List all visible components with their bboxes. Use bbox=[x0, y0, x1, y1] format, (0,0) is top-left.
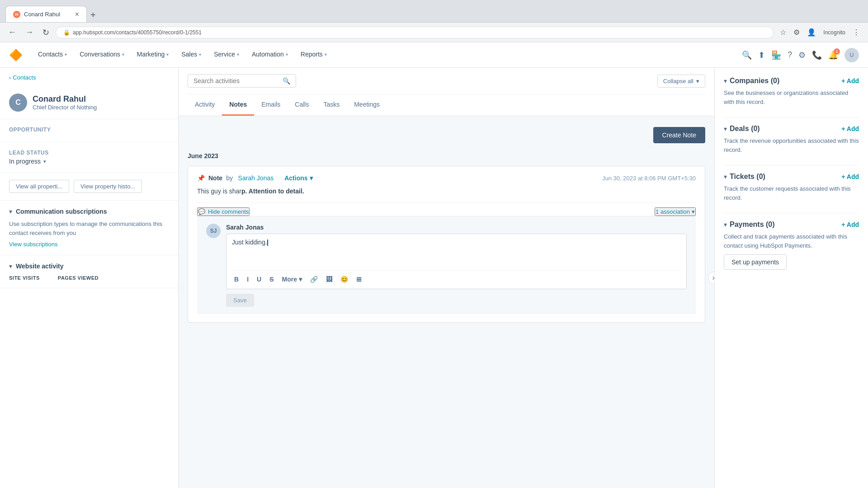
app-layout: 🔶 Contacts ▾ Conversations ▾ Marketing ▾… bbox=[0, 42, 868, 488]
deals-description: Track the revenue opportunities associat… bbox=[724, 136, 859, 154]
dropdown-arrow-icon[interactable]: ▾ bbox=[43, 159, 46, 164]
nav-item-marketing[interactable]: Marketing ▾ bbox=[131, 42, 175, 67]
date-header: June 2023 bbox=[188, 152, 705, 160]
collapse-icon[interactable]: ▾ bbox=[724, 221, 727, 228]
settings-icon[interactable]: ⚙ bbox=[798, 50, 806, 60]
italic-button[interactable]: I bbox=[245, 274, 251, 284]
comment-content: Sarah Jonas Just kidding. B I bbox=[226, 224, 687, 307]
comment-editor[interactable]: Just kidding. B I U S M bbox=[226, 234, 687, 289]
tab-close-button[interactable]: × bbox=[75, 11, 79, 18]
nav-item-reports[interactable]: Reports ▾ bbox=[294, 42, 333, 67]
notification-icon[interactable]: 🔔 1 bbox=[828, 50, 838, 60]
star-icon[interactable]: ☆ bbox=[777, 26, 789, 38]
upload-icon[interactable]: ⬆ bbox=[758, 50, 765, 60]
help-icon[interactable]: ? bbox=[788, 50, 792, 60]
new-tab-button[interactable]: + bbox=[87, 8, 99, 22]
companies-header: ▾ Companies (0) + Add bbox=[724, 77, 859, 85]
contact-title: Chief Director of Nothing bbox=[33, 104, 169, 111]
refresh-button[interactable]: ↻ bbox=[40, 26, 52, 39]
deals-add-link[interactable]: + Add bbox=[841, 125, 859, 132]
section-divider bbox=[724, 213, 859, 213]
create-note-button[interactable]: Create Note bbox=[653, 127, 705, 143]
companies-description: See the businesses or organizations asso… bbox=[724, 89, 859, 106]
nav-item-sales[interactable]: Sales ▾ bbox=[175, 42, 208, 67]
view-property-history-button[interactable]: View property histo... bbox=[74, 180, 142, 193]
search-icon[interactable]: 🔍 bbox=[742, 50, 752, 60]
association-button[interactable]: 1 association ▾ bbox=[655, 207, 696, 216]
back-button[interactable]: ← bbox=[5, 26, 19, 39]
commenter-avatar: SJ bbox=[206, 224, 221, 238]
tab-meetings[interactable]: Meetings bbox=[347, 94, 387, 116]
address-bar[interactable]: 🔒 app.hubspot.com/contacts/40055750/reco… bbox=[56, 27, 774, 38]
view-subscriptions-link[interactable]: View subscriptions bbox=[9, 241, 169, 248]
tab-emails[interactable]: Emails bbox=[254, 94, 288, 116]
tickets-description: Track the customer requests associated w… bbox=[724, 184, 859, 202]
tab-title: Conard Rahul bbox=[24, 11, 60, 18]
image-button[interactable]: 🖼 bbox=[324, 274, 335, 284]
user-avatar[interactable]: U bbox=[844, 48, 859, 62]
deals-header: ▾ Deals (0) + Add bbox=[724, 125, 859, 133]
sidebar-lead-status-section: Lead status In progress ▾ bbox=[0, 142, 178, 173]
back-to-contacts-link[interactable]: ‹ Contacts bbox=[9, 74, 169, 81]
collapse-all-button[interactable]: Collapse all ▾ bbox=[657, 75, 705, 88]
setup-payments-button[interactable]: Set up payments bbox=[724, 254, 787, 270]
sidebar-opportunity-section: Opportunity bbox=[0, 119, 178, 142]
tab-notes[interactable]: Notes bbox=[222, 94, 254, 116]
opportunity-label: Opportunity bbox=[9, 127, 169, 133]
nav-item-automation[interactable]: Automation ▾ bbox=[245, 42, 294, 67]
tab-tasks[interactable]: Tasks bbox=[316, 94, 347, 116]
more-format-button[interactable]: More ▾ bbox=[279, 274, 304, 284]
section-divider bbox=[724, 165, 859, 165]
note-author-link[interactable]: Sarah Jonas bbox=[238, 174, 274, 182]
nav-item-conversations[interactable]: Conversations ▾ bbox=[73, 42, 131, 67]
companies-section: ▾ Companies (0) + Add See the businesses… bbox=[724, 77, 859, 106]
search-input-wrap[interactable]: 🔍 bbox=[188, 74, 296, 88]
settings-icon[interactable]: ⚙ bbox=[791, 26, 802, 38]
hide-comments-button[interactable]: 💬 Hide comments bbox=[197, 207, 250, 216]
actions-button[interactable]: Actions ▾ bbox=[284, 174, 312, 182]
payments-add-link[interactable]: + Add bbox=[841, 221, 859, 228]
view-all-properties-button[interactable]: View all properti... bbox=[9, 180, 69, 193]
menu-icon[interactable]: ⋮ bbox=[850, 26, 863, 38]
property-buttons-section: View all properti... View property histo… bbox=[0, 173, 178, 201]
underline-button[interactable]: U bbox=[255, 274, 264, 284]
tickets-add-link[interactable]: + Add bbox=[841, 173, 859, 180]
note-label: Note bbox=[208, 174, 222, 182]
communication-subscriptions-header[interactable]: ▾ Communication subscriptions bbox=[9, 208, 169, 215]
top-nav-right: 🔍 ⬆ 🏪 ? ⚙ 📞 🔔 1 U bbox=[742, 48, 859, 62]
back-nav: ‹ Contacts bbox=[0, 68, 178, 81]
nav-item-contacts[interactable]: Contacts ▾ bbox=[32, 42, 73, 67]
emoji-button[interactable]: 😊 bbox=[338, 274, 350, 284]
tab-activity[interactable]: Activity bbox=[188, 94, 222, 116]
link-button[interactable]: 🔗 bbox=[308, 274, 320, 284]
save-comment-button[interactable]: Save bbox=[226, 294, 254, 307]
collapse-icon[interactable]: ▾ bbox=[724, 125, 727, 132]
phone-icon[interactable]: 📞 bbox=[812, 50, 822, 60]
marketplace-icon[interactable]: 🏪 bbox=[771, 50, 781, 60]
bold-button[interactable]: B bbox=[232, 274, 241, 284]
collapse-icon[interactable]: ▾ bbox=[724, 173, 727, 180]
website-activity-title: Website activity bbox=[16, 263, 64, 270]
website-activity-header[interactable]: ▾ Website activity bbox=[9, 263, 169, 270]
active-tab[interactable]: H Conard Rahul × bbox=[5, 6, 87, 22]
collapse-icon[interactable]: ▾ bbox=[724, 77, 727, 84]
companies-add-link[interactable]: + Add bbox=[841, 77, 859, 84]
browser-tabs: H Conard Rahul × + bbox=[5, 0, 99, 22]
strikethrough-button[interactable]: S bbox=[267, 274, 276, 284]
chevron-left-icon: ‹ bbox=[9, 74, 11, 81]
nav-item-service[interactable]: Service ▾ bbox=[208, 42, 245, 67]
forward-button[interactable]: → bbox=[23, 26, 36, 39]
table-button[interactable]: ⊞ bbox=[354, 274, 364, 284]
comment-section: SJ Sarah Jonas Just kidding. B bbox=[197, 216, 696, 314]
center-wrapper: 🔍 Collapse all ▾ Activity Notes Emails C… bbox=[179, 68, 714, 488]
payments-description: Collect and track payments associated wi… bbox=[724, 232, 859, 250]
website-activity-section: ▾ Website activity SITE VISITS PAGES VIE… bbox=[0, 255, 178, 288]
main-content: ‹ Contacts C Conard Rahul Chief Director… bbox=[0, 68, 868, 488]
search-input[interactable] bbox=[193, 77, 279, 84]
note-header: 📌 Note by Sarah Jonas Actions ▾ bbox=[197, 174, 696, 182]
payments-header: ▾ Payments (0) + Add bbox=[724, 221, 859, 229]
tab-calls[interactable]: Calls bbox=[288, 94, 316, 116]
profile-icon[interactable]: 👤 bbox=[804, 26, 819, 38]
hubspot-logo[interactable]: 🔶 bbox=[9, 49, 23, 61]
comment-text[interactable]: Just kidding. bbox=[232, 239, 681, 266]
